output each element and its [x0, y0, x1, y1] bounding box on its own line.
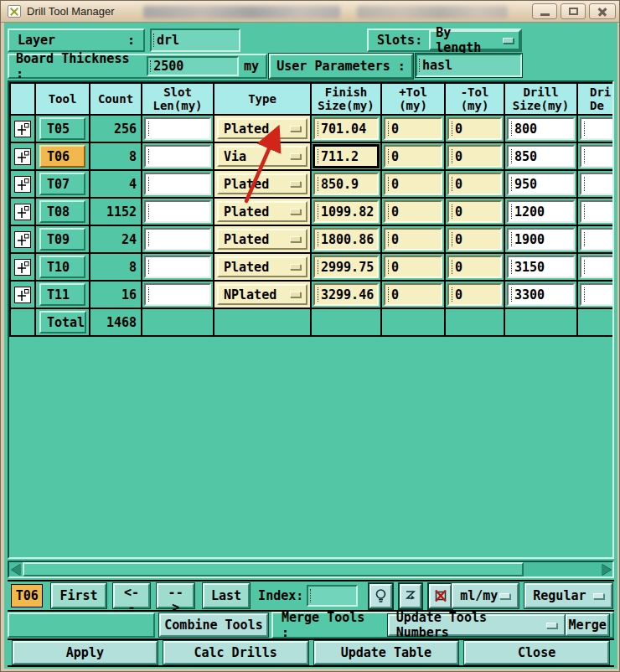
drill-size-input[interactable]: 950: [507, 173, 575, 195]
drill-dest-input[interactable]: [580, 145, 614, 168]
tool-button[interactable]: T11: [39, 283, 85, 306]
layer-input[interactable]: drl: [150, 28, 240, 52]
index-input[interactable]: [307, 585, 358, 607]
first-button[interactable]: First: [51, 583, 106, 608]
scrollbar-trough[interactable]: [524, 562, 599, 576]
finish-size-input[interactable]: 711.2: [313, 144, 380, 168]
drill-size-input[interactable]: 800: [507, 117, 575, 140]
expand-icon[interactable]: [14, 231, 31, 248]
drill-dest-input[interactable]: [580, 256, 614, 278]
type-dropdown[interactable]: Plated: [217, 118, 307, 139]
tool-button[interactable]: T06: [39, 145, 85, 168]
drill-size-input[interactable]: 1900: [507, 228, 575, 251]
slot-len-input[interactable]: [144, 228, 211, 251]
finish-size-input[interactable]: 850.9: [313, 173, 379, 195]
text-caret: [388, 149, 389, 163]
last-button[interactable]: Last: [203, 583, 250, 608]
merge-button[interactable]: Merge: [566, 614, 609, 636]
total-button[interactable]: Total: [39, 311, 86, 333]
slot-len-input[interactable]: [144, 200, 211, 223]
minus-tol-input[interactable]: 0: [447, 117, 502, 140]
tool-button[interactable]: T07: [39, 173, 85, 195]
type-cell: NPlated: [214, 282, 310, 308]
merge-mode-dropdown[interactable]: Update Tools Numbers: [388, 614, 566, 636]
calc-drills-button[interactable]: Calc Drills: [163, 641, 308, 664]
delete-button[interactable]: [429, 584, 452, 608]
expand-icon[interactable]: [14, 176, 31, 193]
apply-button[interactable]: Apply: [13, 641, 158, 664]
tool-button[interactable]: T09: [39, 228, 85, 251]
close-dialog-button[interactable]: Close: [464, 641, 609, 664]
finish-size-input[interactable]: 1800.86: [313, 228, 379, 251]
horizontal-scrollbar[interactable]: [8, 561, 614, 578]
slot-len-input[interactable]: [144, 173, 211, 195]
plus-tol-input[interactable]: 0: [384, 228, 442, 251]
drill-size-input[interactable]: 850: [507, 145, 575, 168]
tool-button[interactable]: T10: [39, 256, 85, 278]
slot-len-input[interactable]: [144, 256, 211, 278]
slot-len-input[interactable]: [144, 283, 211, 306]
update-table-button[interactable]: Update Table: [314, 641, 459, 664]
mode-dropdown[interactable]: Regular: [524, 583, 612, 608]
type-dropdown[interactable]: Plated: [217, 229, 307, 250]
plus-tol-input[interactable]: 0: [384, 200, 442, 223]
drill-dest-input[interactable]: [580, 228, 614, 251]
pan-to-button[interactable]: [400, 584, 422, 608]
user-parameters-button[interactable]: User Parameters :: [269, 54, 413, 79]
type-dropdown[interactable]: Plated: [217, 201, 307, 222]
close-button[interactable]: [589, 3, 616, 19]
plus-tol-input[interactable]: 0: [384, 256, 442, 278]
minus-tol-input[interactable]: 0: [447, 228, 502, 251]
scrollbar-thumb[interactable]: [23, 562, 524, 576]
highlight-button[interactable]: [369, 584, 392, 608]
maximize-button[interactable]: [561, 3, 586, 19]
tool-button[interactable]: T08: [39, 200, 85, 223]
finish-size-input[interactable]: 701.04: [313, 117, 379, 140]
tool-button[interactable]: T05: [39, 117, 85, 140]
minus-tol-input[interactable]: 0: [447, 283, 502, 306]
expand-icon[interactable]: [14, 204, 31, 220]
minus-tol-input[interactable]: 0: [447, 145, 502, 168]
minus-tol-input[interactable]: 0: [447, 173, 502, 195]
finish-size-cell: 2999.75: [312, 254, 380, 280]
drill-dest-input[interactable]: [580, 200, 614, 223]
finish-size-input[interactable]: 1099.82: [313, 200, 379, 223]
drill-dest-cell: [578, 282, 614, 308]
expand-icon[interactable]: [14, 121, 31, 137]
next-button[interactable]: -->: [157, 583, 194, 608]
slot-len-input[interactable]: [144, 145, 211, 168]
field-text: 0: [391, 149, 399, 164]
finish-size-input[interactable]: 3299.46: [313, 283, 379, 306]
drill-dest-input[interactable]: [580, 117, 614, 140]
drill-size-input[interactable]: 3300: [507, 283, 575, 306]
drill-size-input[interactable]: 1200: [507, 200, 575, 223]
plus-tol-input[interactable]: 0: [384, 145, 442, 168]
units-dropdown[interactable]: ml/my: [452, 583, 519, 608]
scroll-right-button[interactable]: [599, 562, 612, 576]
drill-size-input[interactable]: 3150: [507, 256, 575, 278]
drill-dest-input[interactable]: [580, 173, 614, 195]
finish-size-input[interactable]: 2999.75: [313, 256, 379, 278]
user-parameters-input[interactable]: hasl: [416, 54, 522, 77]
type-dropdown[interactable]: Plated: [217, 173, 307, 194]
scroll-left-button[interactable]: [9, 562, 23, 576]
minus-tol-input[interactable]: 0: [447, 256, 502, 278]
type-dropdown[interactable]: Via: [217, 146, 307, 167]
type-dropdown[interactable]: Plated: [217, 256, 307, 277]
minus-tol-input[interactable]: 0: [447, 200, 502, 223]
expand-icon[interactable]: [14, 259, 31, 276]
drill-dest-input[interactable]: [580, 283, 614, 306]
minimize-button[interactable]: [532, 3, 557, 19]
slots-dropdown[interactable]: By length: [429, 30, 520, 50]
type-dropdown[interactable]: NPlated: [217, 284, 307, 305]
combine-tools-button[interactable]: Combine Tools: [159, 613, 268, 637]
previous-button[interactable]: <--: [113, 583, 151, 608]
plus-tol-input[interactable]: 0: [384, 173, 442, 195]
expand-icon[interactable]: [14, 148, 31, 165]
slot-len-cell: [142, 199, 213, 225]
slot-len-input[interactable]: [144, 117, 211, 140]
plus-tol-input[interactable]: 0: [384, 283, 442, 306]
plus-tol-input[interactable]: 0: [384, 117, 442, 140]
expand-icon[interactable]: [14, 287, 31, 303]
board-thickness-input[interactable]: 2500: [147, 56, 239, 76]
